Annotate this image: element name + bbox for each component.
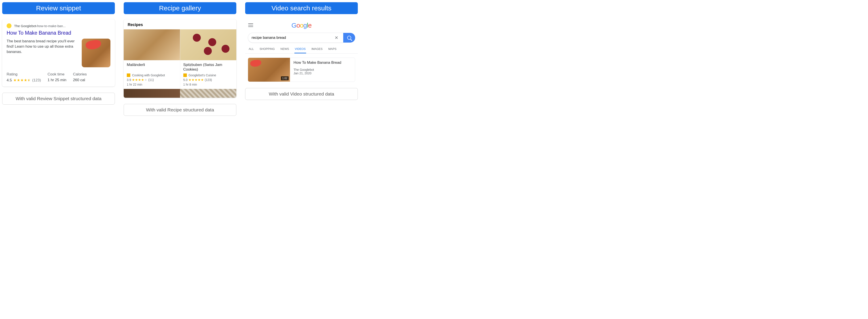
recipe-gallery-card: Recipes Mailänderli Cooking with Googleb…: [124, 20, 236, 98]
header-review-snippet: Review snippet: [2, 2, 115, 14]
header-video-results: Video search results: [245, 2, 358, 14]
video-channel: The Googlebot: [293, 68, 341, 71]
source-favicon-icon: [127, 73, 130, 77]
clear-icon[interactable]: ✕: [333, 35, 340, 40]
column-video-results: Video search results Google ✕ ALL SHOP: [245, 2, 358, 100]
video-date: Jan 21, 2020: [293, 71, 341, 75]
gallery-row: Mailänderli Cooking with Googlebot 3.9 ★…: [124, 29, 236, 89]
menu-icon[interactable]: [248, 23, 253, 27]
video-result-card[interactable]: 1:02 How To Make Banana Bread The Google…: [248, 58, 355, 82]
gallery-peek-strip: [124, 89, 236, 98]
recipe-tile[interactable]: Mailänderli Cooking with Googlebot 3.9 ★…: [124, 29, 180, 89]
video-thumbnail: 1:02: [248, 58, 290, 82]
result-description: The best banana bread recipe you'll ever…: [7, 39, 78, 67]
breadcrumb-site: The Googlebot: [14, 24, 36, 28]
search-button[interactable]: [343, 33, 355, 43]
breadcrumb-path: how-to-make-ban...: [37, 24, 66, 28]
logo-letter: o: [300, 22, 304, 29]
recipe-time: 1 hr 8 min: [183, 83, 234, 86]
rating-value-row: 4.5 ★★★★★ (123): [7, 78, 41, 82]
cooktime-label: Cook time: [48, 72, 66, 76]
logo-letter: o: [297, 22, 300, 29]
footer-review-snippet: With valid Review Snippet structured dat…: [2, 93, 115, 105]
review-snippet-card[interactable]: The Googlebot › how-to-make-ban... How T…: [2, 20, 115, 86]
footer-recipe-gallery: With valid Recipe structured data: [124, 104, 236, 116]
video-title: How To Make Banana Bread: [293, 61, 341, 65]
recipe-source: Cooking with Googlebot: [127, 73, 177, 77]
rating-number: 5.0: [183, 78, 187, 82]
recipe-tile[interactable]: Spitzbuben (Swiss Jam Cookies) Googlebot…: [180, 29, 237, 89]
tab-shopping[interactable]: SHOPPING: [259, 45, 275, 54]
search-icon: [347, 36, 351, 40]
recipe-name: Spitzbuben (Swiss Jam Cookies): [183, 63, 234, 72]
google-logo[interactable]: Google: [291, 22, 312, 29]
rating-number: 4.5: [7, 78, 12, 82]
video-serp-card: Google ✕ ALL SHOPPING NEWS VIDEOS IMAGES…: [245, 20, 358, 82]
recipe-source: Googlebot's Cuisine: [183, 73, 234, 77]
cooktime-value: 1 hr 25 min: [48, 78, 66, 82]
video-duration-badge: 1:02: [281, 76, 289, 80]
metric-calories: Calories 260 cal: [73, 72, 87, 82]
result-metrics: Rating 4.5 ★★★★★ (123) Cook time 1 hr 25…: [7, 72, 111, 82]
tab-news[interactable]: NEWS: [280, 45, 289, 54]
header-recipe-gallery: Recipe gallery: [124, 2, 236, 14]
tab-images[interactable]: IMAGES: [311, 45, 323, 54]
result-body: The best banana bread recipe you'll ever…: [7, 39, 111, 67]
recipe-rating: 3.9 ★★★★★ (11): [127, 78, 177, 82]
metric-cooktime: Cook time 1 hr 25 min: [48, 72, 66, 82]
metric-rating: Rating 4.5 ★★★★★ (123): [7, 72, 41, 82]
rating-label: Rating: [7, 72, 41, 76]
rating-count: (11): [148, 78, 154, 82]
recipe-time: 1 hr 22 min: [127, 83, 177, 86]
search-box[interactable]: ✕: [248, 33, 343, 43]
rating-count: (123): [205, 78, 212, 82]
star-icons: ★★★★★: [13, 78, 31, 82]
search-input[interactable]: [252, 36, 333, 40]
column-recipe-gallery: Recipe gallery Recipes Mailänderli Cooki…: [124, 2, 236, 116]
three-column-layout: Review snippet The Googlebot › how-to-ma…: [2, 2, 866, 116]
tab-videos[interactable]: VIDEOS: [294, 45, 306, 54]
source-name: Googlebot's Cuisine: [189, 73, 216, 77]
recipe-body: Mailänderli Cooking with Googlebot 3.9 ★…: [124, 60, 180, 89]
footer-video-results: With valid Video structured data: [245, 88, 358, 100]
recipe-thumbnail: [124, 29, 180, 60]
gallery-title: Recipes: [124, 20, 236, 29]
recipe-name: Mailänderli: [127, 63, 177, 72]
calories-value: 260 cal: [73, 78, 87, 82]
source-name: Cooking with Googlebot: [132, 73, 165, 77]
serp-topbar: Google: [245, 20, 358, 33]
tab-maps[interactable]: MAPS: [328, 45, 337, 54]
column-review-snippet: Review snippet The Googlebot › how-to-ma…: [2, 2, 115, 105]
search-bar: ✕: [248, 33, 355, 43]
calories-label: Calories: [73, 72, 87, 76]
serp-tabs: ALL SHOPPING NEWS VIDEOS IMAGES MAPS: [245, 45, 358, 54]
video-info: How To Make Banana Bread The Googlebot J…: [290, 58, 345, 82]
recipe-body: Spitzbuben (Swiss Jam Cookies) Googlebot…: [180, 60, 237, 89]
source-favicon-icon: [183, 73, 187, 77]
rating-count: (123): [32, 78, 41, 82]
site-favicon-icon: [7, 23, 11, 28]
peek-thumbnail: [180, 89, 236, 98]
star-icons: ★★★★★: [132, 78, 147, 82]
logo-letter: G: [291, 22, 297, 29]
breadcrumb: The Googlebot › how-to-make-ban...: [7, 23, 111, 28]
result-thumbnail: [82, 39, 111, 67]
peek-thumbnail: [124, 89, 180, 98]
result-title-link[interactable]: How To Make Banana Bread: [7, 30, 111, 36]
star-icons: ★★★★★: [188, 78, 204, 82]
recipe-thumbnail: [180, 29, 237, 60]
recipe-rating: 5.0 ★★★★★ (123): [183, 78, 234, 82]
logo-letter: g: [303, 22, 307, 29]
tab-all[interactable]: ALL: [248, 45, 254, 54]
logo-letter: e: [308, 22, 312, 29]
rating-number: 3.9: [127, 78, 131, 82]
